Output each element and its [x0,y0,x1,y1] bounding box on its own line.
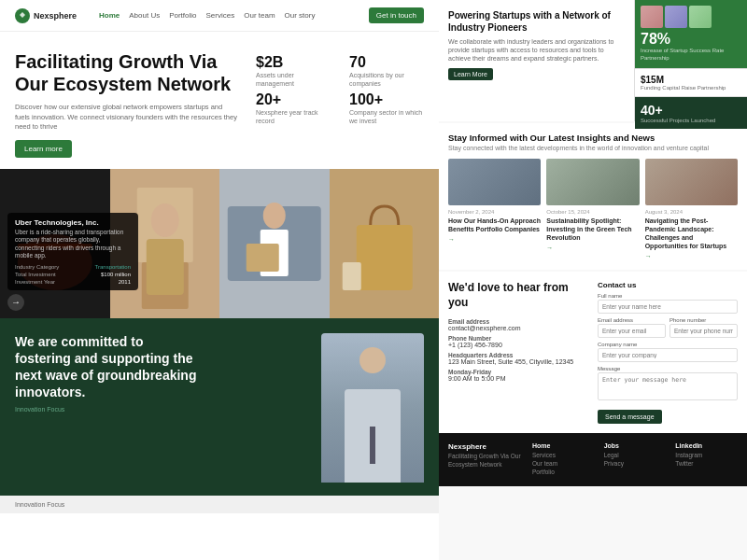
hero-cta-button[interactable]: Learn more [15,140,72,158]
nav-link-services[interactable]: Services [206,11,235,20]
news-card-2: October 15, 2024 Sustainability Spotligh… [546,159,639,260]
company-row-2: Total Investment $100 million [15,272,131,277]
news-link-1[interactable]: → [448,236,455,243]
contact-address-row: Headquarters Address 123 Main Street, Su… [448,352,588,365]
stat-15m-value: $15M [641,75,741,85]
footer-col-1-title: Home [532,442,595,449]
news-title-3: Navigating the Post-Pandemic Landscape: … [645,217,738,250]
company-row-3: Investment Year 2011 [15,279,131,285]
email-input[interactable] [598,324,666,338]
news-subtitle: Stay connected with the latest developme… [448,145,738,151]
commitment-title: We are committed to fostering and suppor… [15,333,202,401]
contact-hours-value: 9:00 AM to 5:00 PM [448,375,588,382]
contact-info: We'd love to hear from you Email address… [448,281,588,424]
phone-field: Phone number [669,317,738,338]
stat-15m-card: $15M Funding Capital Raise Partnership [635,69,747,96]
footer-col-2-title: Jobs [604,442,667,449]
svg-rect-12 [247,244,279,272]
news-title-2: Sustainability Spotlight: Investing in t… [546,217,639,242]
pioneer-card: Powering Startups with a Network of Indu… [439,0,634,121]
stat-78-card: 78% Increase of Startup Success Rate Par… [635,0,747,68]
email-field: Email address [598,317,666,338]
news-section: Stay Informed with Our Latest Insights a… [439,123,747,270]
footer-logo: Nexsphere [448,442,523,451]
contact-address-value: 123 Main Street, Suite 455, Cityville, 1… [448,358,588,365]
commitment-text: We are committed to fostering and suppor… [15,333,306,481]
commitment-subtitle: Innovation Focus [15,406,306,413]
footer-strip-text: Innovation Focus [15,501,64,508]
footer-link-team[interactable]: Our team [532,460,595,467]
hero-description: Discover how our extensive global networ… [15,103,239,133]
form-message-row: Message [598,366,738,402]
stat-15m-label: Funding Capital Raise Partnership [641,85,741,91]
photo-thumb-1 [641,6,663,28]
footer-link-portfolio[interactable]: Portfolio [532,469,595,475]
portfolio-image-strip: Uber Technologies, Inc. Uber is a ride-s… [0,169,439,318]
company-input[interactable] [598,348,738,362]
contact-section: We'd love to hear from you Email address… [439,272,747,433]
hero-section: Facilitating Growth Via Our Ecosystem Ne… [0,32,439,169]
pioneer-cta-button[interactable]: Learn More [448,68,493,80]
news-date-2: October 15, 2024 [546,209,639,215]
footer-link-twitter[interactable]: Twitter [675,460,738,467]
news-date-3: August 3, 2024 [645,209,738,215]
contact-title: We'd love to hear from you [448,281,588,310]
right-panel: Powering Startups with a Network of Indu… [439,0,747,560]
news-card-3: August 3, 2024 Navigating the Post-Pande… [645,159,738,260]
footer-col-3-title: LinkedIn [675,442,738,449]
nav-link-team[interactable]: Our team [244,11,275,20]
portfolio-image-4 [330,169,440,318]
pioneer-title: Powering Startups with a Network of Indu… [448,9,625,34]
nav-links: Home About Us Portfolio Services Our tea… [99,11,315,20]
news-date-1: November 2, 2024 [448,209,541,215]
form-name-row: Full name [598,293,738,314]
company-field: Company name [598,342,738,362]
stat-4: 100+ Company sector in which we invest [349,91,424,125]
nav-link-story[interactable]: Our story [285,11,316,20]
stat-40-label: Successful Projects Launched [641,118,741,123]
nav-link-home[interactable]: Home [99,11,120,20]
photo-thumb-2 [665,6,687,28]
news-image-2 [546,159,639,205]
nav-link-portfolio[interactable]: Portfolio [169,11,196,20]
footer-link-privacy[interactable]: Privacy [604,460,667,467]
message-input[interactable] [598,372,738,400]
next-arrow-button[interactable]: → [7,294,24,311]
phone-input[interactable] [669,324,738,338]
logo: Nexsphere [15,8,77,23]
phone-label: Phone number [669,317,738,323]
company-name: Uber Technologies, Inc. [15,218,131,227]
stat-78-label: Increase of Startup Success Rate Partner… [641,48,741,63]
logo-icon [15,8,30,23]
logo-text: Nexsphere [34,11,77,21]
news-link-3[interactable]: → [645,253,652,259]
footer-link-services[interactable]: Services [532,452,595,458]
contact-email-value: contact@nexsphere.com [448,325,588,331]
footer-link-legal[interactable]: Legal [604,452,667,458]
hero-title: Facilitating Growth Via Our Ecosystem Ne… [15,50,239,95]
submit-button[interactable]: Send a message [598,410,662,424]
nav-cta-button[interactable]: Get in touch [369,7,424,23]
photo-thumbnails [641,6,741,28]
person-head [359,347,386,373]
company-label: Company name [598,342,738,347]
company-row-1: Industry Category Transportation [15,264,131,270]
footer-link-instagram[interactable]: Instagram [675,452,738,458]
full-name-input[interactable] [598,300,738,314]
footer-col-1: Home Services Our team Portfolio [532,442,595,477]
full-name-field: Full name [598,293,738,314]
stat-2: 70 Acquisitions by our companies [349,54,424,88]
stat-78-value: 78% [641,31,741,48]
company-badge: Uber Technologies, Inc. Uber is a ride-s… [7,213,138,290]
contact-phone-value: +1 (123) 456-7890 [448,342,588,348]
news-card-1: November 2, 2024 How Our Hands-On Approa… [448,159,541,260]
news-link-2[interactable]: → [546,245,553,251]
stat-40-card: 40+ Successful Projects Launched [635,97,747,129]
navigation: Nexsphere Home About Us Portfolio Servic… [0,0,439,32]
person-tie [370,427,375,464]
footer-col-2: Jobs Legal Privacy [604,442,667,477]
message-field: Message [598,366,738,402]
nav-link-about[interactable]: About Us [129,11,160,20]
email-label: Email address [598,317,666,323]
stat-3: 20+ Nexsphere year track record [256,91,331,125]
